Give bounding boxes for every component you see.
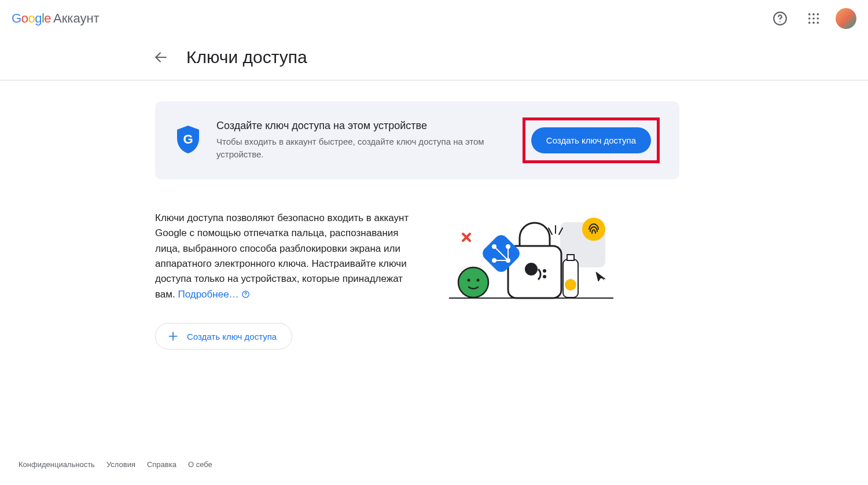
app-header: Google Аккаунт bbox=[0, 0, 868, 37]
highlight-annotation: Создать ключ доступа bbox=[523, 117, 660, 163]
svg-point-2 bbox=[808, 13, 811, 16]
header-actions bbox=[768, 7, 856, 30]
svg-point-10 bbox=[817, 22, 819, 24]
help-icon[interactable] bbox=[768, 7, 792, 30]
learn-more-label: Подробнее… bbox=[178, 289, 238, 300]
footer-privacy-link[interactable]: Конфиденциальность bbox=[19, 460, 95, 469]
google-logo: Google bbox=[12, 11, 51, 26]
avatar[interactable] bbox=[836, 8, 856, 29]
apps-grid-icon[interactable] bbox=[802, 7, 825, 30]
svg-point-36 bbox=[468, 279, 470, 282]
footer-about-link[interactable]: О себе bbox=[188, 460, 212, 469]
create-passkey-button-secondary[interactable]: Создать ключ доступа bbox=[155, 323, 292, 350]
main-content: G Создайте ключ доступа на этом устройст… bbox=[155, 80, 679, 350]
svg-point-22 bbox=[565, 279, 576, 291]
page-title: Ключи доступа bbox=[186, 47, 307, 67]
svg-point-25 bbox=[543, 269, 546, 273]
svg-point-24 bbox=[525, 263, 538, 275]
svg-point-14 bbox=[245, 296, 246, 296]
svg-rect-20 bbox=[563, 259, 578, 297]
brand[interactable]: Google Аккаунт bbox=[12, 11, 100, 26]
description-body: Ключи доступа позволяют безопасно входит… bbox=[155, 212, 409, 300]
svg-point-37 bbox=[477, 279, 480, 282]
svg-point-4 bbox=[817, 13, 819, 16]
create-passkey-card: G Создайте ключ доступа на этом устройст… bbox=[155, 101, 679, 179]
svg-point-8 bbox=[808, 22, 811, 24]
svg-point-9 bbox=[812, 22, 815, 24]
plus-icon bbox=[167, 330, 179, 342]
svg-point-5 bbox=[808, 17, 811, 20]
svg-text:G: G bbox=[183, 132, 193, 146]
svg-point-3 bbox=[812, 13, 815, 16]
back-arrow-icon[interactable] bbox=[152, 48, 170, 67]
svg-point-1 bbox=[779, 21, 781, 23]
description-column: Ключи доступа позволяют безопасно входит… bbox=[155, 211, 410, 350]
svg-point-6 bbox=[812, 17, 815, 20]
footer: Конфиденциальность Условия Справка О себ… bbox=[19, 460, 212, 469]
description-text: Ключи доступа позволяют безопасно входит… bbox=[155, 211, 410, 302]
svg-point-7 bbox=[817, 17, 819, 20]
footer-help-link[interactable]: Справка bbox=[147, 460, 176, 469]
card-title: Создайте ключ доступа на этом устройстве bbox=[216, 120, 507, 132]
card-text: Создайте ключ доступа на этом устройстве… bbox=[216, 120, 507, 161]
create-passkey-button-primary[interactable]: Создать ключ доступа bbox=[531, 127, 651, 153]
brand-product: Аккаунт bbox=[53, 11, 100, 26]
description-row: Ключи доступа позволяют безопасно входит… bbox=[155, 211, 679, 350]
passkey-illustration bbox=[444, 214, 618, 301]
svg-point-26 bbox=[543, 275, 546, 278]
footer-terms-link[interactable]: Условия bbox=[106, 460, 135, 469]
svg-point-35 bbox=[458, 267, 488, 297]
secondary-button-label: Создать ключ доступа bbox=[187, 332, 277, 341]
card-subtitle: Чтобы входить в аккаунт быстрее, создайт… bbox=[216, 135, 494, 161]
svg-rect-21 bbox=[567, 255, 574, 260]
learn-more-link[interactable]: Подробнее… bbox=[178, 289, 250, 300]
page-title-row: Ключи доступа bbox=[152, 37, 868, 80]
shield-g-icon: G bbox=[175, 124, 201, 157]
